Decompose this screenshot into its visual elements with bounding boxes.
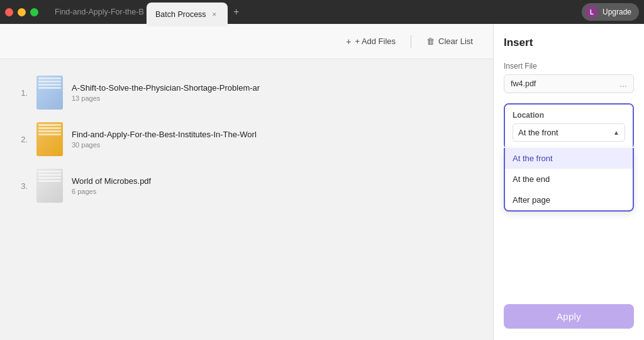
location-option-end[interactable]: At the end <box>505 169 633 190</box>
tab-batch-process[interactable]: Batch Process ✕ <box>147 3 228 26</box>
main-content: + + Add Files 🗑 Clear List 1. <box>0 24 644 340</box>
add-tab-button[interactable]: + <box>228 3 245 21</box>
toolbar-divider <box>411 35 411 48</box>
toolbar: + + Add Files 🗑 Clear List <box>0 24 493 59</box>
title-bar: Find-and-Apply-For-the-B Batch Process ✕… <box>0 0 644 24</box>
tab-close-icon[interactable]: ✕ <box>210 10 219 19</box>
location-dropdown-menu: At the front At the end After page <box>504 148 634 212</box>
left-panel: + + Add Files 🗑 Clear List 1. <box>0 24 493 340</box>
file-selector-dots[interactable]: ... <box>619 79 627 89</box>
file-name-3: World of Microbes.pdf <box>72 176 151 186</box>
insert-file-label: Insert File <box>504 62 634 71</box>
file-thumbnail-2 <box>36 122 63 156</box>
add-tab-icon: + <box>233 6 239 18</box>
upgrade-button[interactable]: L Upgrade <box>582 3 639 21</box>
trash-icon: 🗑 <box>426 37 435 46</box>
upgrade-label: Upgrade <box>602 8 631 16</box>
file-pages-1: 13 pages <box>72 94 260 102</box>
file-name-2: Find-and-Apply-For-the-Best-Institutes-I… <box>72 130 257 139</box>
file-info-1: A-Shift-to-Solve-the-Physician-Shortage-… <box>72 83 260 102</box>
tab-bar: Find-and-Apply-For-the-B Batch Process ✕… <box>46 0 582 24</box>
file-number-1: 1. <box>15 88 28 98</box>
add-files-button[interactable]: + + Add Files <box>341 34 401 49</box>
insert-file-value: fw4.pdf <box>511 79 619 88</box>
right-panel: Insert Insert File fw4.pdf ... Location … <box>493 24 644 340</box>
panel-title: Insert <box>504 37 634 49</box>
window-controls <box>5 8 38 16</box>
file-info-3: World of Microbes.pdf 6 pages <box>72 176 151 195</box>
tab-find-apply-label: Find-and-Apply-For-the-B <box>55 8 144 16</box>
file-list: 1. A-Shift-to-Solve-the-Physician-Shorta… <box>0 59 493 340</box>
location-option-front[interactable]: At the front <box>505 148 633 169</box>
list-item: 2. Find-and-Apply-For-the-Best-Institute… <box>15 116 478 162</box>
add-files-label: + Add Files <box>355 37 396 46</box>
user-avatar: L <box>586 6 598 18</box>
location-container: Location At the front ▲ At the front At … <box>504 103 634 149</box>
location-label: Location <box>513 111 625 120</box>
file-thumbnail-3 <box>36 169 63 203</box>
apply-button[interactable]: Apply <box>504 304 634 329</box>
clear-list-label: Clear List <box>438 37 473 46</box>
tab-batch-process-label: Batch Process <box>155 10 206 19</box>
file-thumbnail-1 <box>36 76 63 110</box>
plus-icon: + <box>346 37 351 47</box>
close-button[interactable] <box>5 8 13 16</box>
file-number-2: 2. <box>15 135 28 144</box>
file-pages-3: 6 pages <box>72 188 151 195</box>
location-selected-value: At the front <box>518 128 558 137</box>
list-item: 1. A-Shift-to-Solve-the-Physician-Shorta… <box>15 69 478 116</box>
location-option-after-page[interactable]: After page <box>505 190 633 210</box>
list-item: 3. World of Microbes.pdf 6 pages <box>15 162 478 209</box>
file-number-3: 3. <box>15 181 28 191</box>
clear-list-button[interactable]: 🗑 Clear List <box>421 34 478 48</box>
location-header: Location At the front ▲ <box>505 105 633 148</box>
insert-file-selector[interactable]: fw4.pdf ... <box>504 74 634 93</box>
minimize-button[interactable] <box>18 8 26 16</box>
maximize-button[interactable] <box>30 8 38 16</box>
tab-find-apply[interactable]: Find-and-Apply-For-the-B <box>46 0 147 24</box>
file-info-2: Find-and-Apply-For-the-Best-Institutes-I… <box>72 130 257 149</box>
file-pages-2: 30 pages <box>72 141 257 149</box>
file-name-1: A-Shift-to-Solve-the-Physician-Shortage-… <box>72 83 260 93</box>
chevron-up-icon: ▲ <box>613 129 619 136</box>
location-select[interactable]: At the front ▲ <box>513 123 625 142</box>
